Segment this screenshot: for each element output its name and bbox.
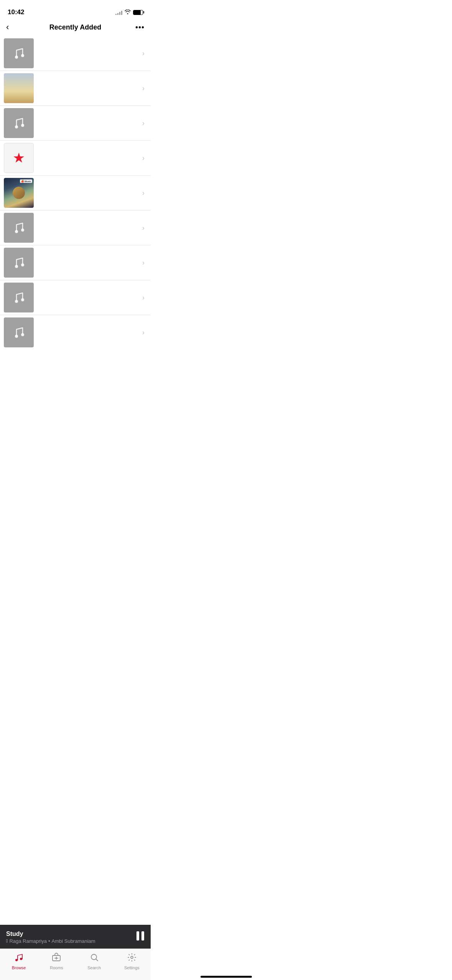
- wifi-icon: [125, 9, 131, 15]
- list-item[interactable]: ›: [0, 315, 151, 350]
- svg-point-4: [15, 230, 18, 233]
- album-thumb: ★: [4, 143, 34, 173]
- svg-point-6: [15, 265, 18, 268]
- album-art-wrap: 🍎 Music: [4, 178, 34, 208]
- svg-point-10: [15, 335, 18, 338]
- chevron-right-icon: ›: [142, 189, 145, 197]
- list-item[interactable]: ›: [0, 280, 151, 315]
- music-note-icon: [13, 116, 25, 130]
- recently-added-list: › › › ★ ›: [0, 35, 151, 411]
- signal-icon: [115, 10, 122, 15]
- album-list: › › › ★ ›: [0, 36, 151, 350]
- album-thumb: [4, 73, 34, 103]
- music-note-icon: [13, 46, 25, 60]
- album-thumb: [4, 283, 34, 312]
- chevron-right-icon: ›: [142, 49, 145, 58]
- back-button[interactable]: ‹: [6, 22, 21, 32]
- more-button[interactable]: •••: [135, 23, 145, 32]
- music-note-icon: [13, 256, 25, 270]
- list-item[interactable]: ›: [0, 71, 151, 106]
- list-item[interactable]: ›: [0, 36, 151, 71]
- chevron-right-icon: ›: [142, 119, 145, 127]
- album-thumb: [4, 38, 34, 68]
- chevron-right-icon: ›: [142, 84, 145, 92]
- status-icons: [115, 9, 143, 15]
- chevron-right-icon: ›: [142, 329, 145, 337]
- svg-point-11: [21, 333, 24, 336]
- chevron-right-icon: ›: [142, 294, 145, 302]
- music-note-icon: [13, 221, 25, 235]
- album-thumb: [4, 108, 34, 138]
- svg-point-5: [21, 229, 24, 232]
- status-time: 10:42: [8, 8, 24, 16]
- chevron-right-icon: ›: [142, 154, 145, 162]
- album-thumb: [4, 248, 34, 278]
- svg-point-0: [15, 56, 18, 59]
- svg-point-3: [21, 124, 24, 127]
- album-thumb: [4, 213, 34, 243]
- album-thumb: 🍎 Music: [4, 178, 34, 208]
- list-item[interactable]: ›: [0, 245, 151, 280]
- chevron-right-icon: ›: [142, 224, 145, 232]
- svg-point-7: [21, 263, 24, 266]
- svg-point-8: [15, 300, 18, 303]
- svg-point-1: [21, 54, 24, 57]
- page-header: ‹ Recently Added •••: [0, 19, 151, 35]
- svg-point-9: [21, 298, 24, 301]
- music-note-icon: [13, 326, 25, 339]
- svg-point-2: [15, 125, 18, 128]
- album-thumb: [4, 317, 34, 347]
- list-item[interactable]: ›: [0, 106, 151, 141]
- list-item[interactable]: ›: [0, 210, 151, 245]
- list-item[interactable]: ★ ›: [0, 141, 151, 176]
- page-title: Recently Added: [49, 23, 101, 31]
- music-note-icon: [13, 291, 25, 304]
- battery-icon: [133, 10, 143, 15]
- star-icon: ★: [13, 150, 25, 166]
- list-item[interactable]: 🍎 Music ›: [0, 176, 151, 210]
- chevron-right-icon: ›: [142, 259, 145, 267]
- status-bar: 10:42: [0, 0, 151, 19]
